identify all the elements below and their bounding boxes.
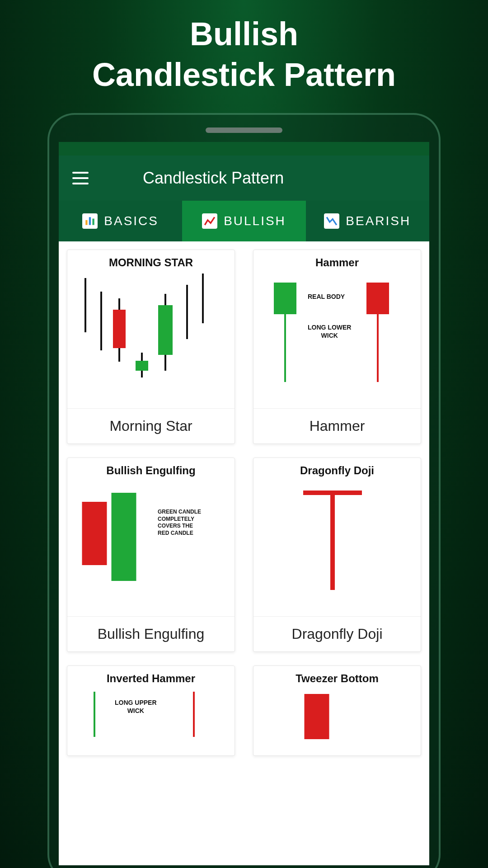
card-dragonfly-doji[interactable]: Dragonfly Doji Dragonfly Doji [253,458,421,652]
tab-label: BASICS [104,214,159,228]
card-footer: Bullish Engulfing [67,616,235,651]
tab-label: BULLISH [224,214,286,228]
bullish-engulfing-chart: GREEN CANDLE COMPLETELY COVERS THE RED C… [72,481,230,612]
annotation: LONG LOWER WICK [308,323,351,340]
pattern-grid-container[interactable]: MORNING STAR Morning Star [59,241,429,865]
device-frame: Candlestick Pattern BASICS BULLISH BEARI… [47,113,441,868]
illus-title: Tweezer Bottom [258,672,416,685]
card-footer: Hammer [253,408,421,443]
svg-rect-2 [93,219,94,225]
illus-title: Dragonfly Doji [258,464,416,477]
line-down-icon [324,213,339,229]
card-tweezer-bottom[interactable]: Tweezer Bottom [253,665,421,756]
card-illustration: Dragonfly Doji [253,458,421,616]
svg-rect-1 [89,217,91,225]
illus-title: Hammer [258,256,416,269]
promo-title: Bullish Candlestick Pattern [0,0,488,95]
card-footer: Dragonfly Doji [253,616,421,651]
tab-label: BEARISH [346,214,411,228]
tab-bar: BASICS BULLISH BEARISH [59,201,429,241]
svg-rect-0 [86,220,88,225]
card-illustration: Tweezer Bottom [253,666,421,755]
card-morning-star[interactable]: MORNING STAR Morning Star [67,250,235,444]
promo-line2: Candlestick Pattern [0,54,488,95]
morning-star-chart [72,274,230,404]
card-illustration: Inverted Hammer LONG UPPER WICK [67,666,235,755]
illus-title: Bullish Engulfing [72,464,230,477]
illus-title: MORNING STAR [72,256,230,269]
menu-icon[interactable] [72,172,89,184]
app-title: Candlestick Pattern [143,169,284,188]
illus-title: Inverted Hammer [72,672,230,685]
card-illustration: Bullish Engulfing GREEN CANDLE COMPLETEL… [67,458,235,616]
dragonfly-doji-chart [258,481,416,612]
app-bar: Candlestick Pattern [59,156,429,201]
bar-chart-icon [82,213,98,229]
tweezer-bottom-chart [258,689,416,751]
inverted-hammer-chart: LONG UPPER WICK [72,689,230,751]
card-hammer[interactable]: Hammer REAL BODY LONG LOWER WIC [253,250,421,444]
annotation: LONG UPPER WICK [115,698,157,715]
promo-line1: Bullish [0,14,488,54]
tab-bullish[interactable]: BULLISH [182,201,305,241]
hammer-chart: REAL BODY LONG LOWER WICK [258,274,416,404]
card-illustration: Hammer REAL BODY LONG LOWER WIC [253,250,421,408]
annotation: REAL BODY [308,292,345,301]
card-illustration: MORNING STAR [67,250,235,408]
card-inverted-hammer[interactable]: Inverted Hammer LONG UPPER WICK [67,665,235,756]
tab-basics[interactable]: BASICS [59,201,182,241]
annotation: GREEN CANDLE COMPLETELY COVERS THE RED C… [158,509,201,537]
line-up-icon [202,213,217,229]
card-bullish-engulfing[interactable]: Bullish Engulfing GREEN CANDLE COMPLETEL… [67,458,235,652]
status-bar [59,142,429,156]
device-speaker [206,127,282,133]
card-footer: Morning Star [67,408,235,443]
tab-bearish[interactable]: BEARISH [306,201,429,241]
app-screen: Candlestick Pattern BASICS BULLISH BEARI… [59,142,429,865]
pattern-grid: MORNING STAR Morning Star [67,250,421,756]
